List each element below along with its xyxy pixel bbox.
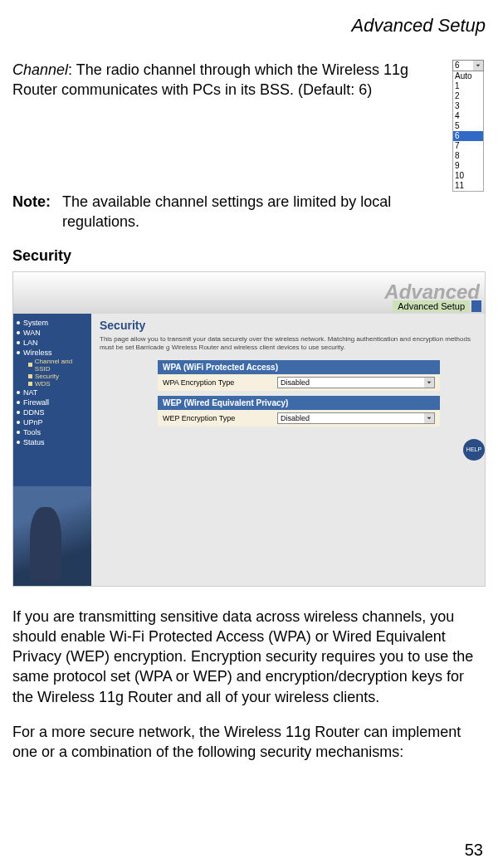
channel-option[interactable]: 11: [453, 181, 483, 191]
sidebar-item-nat[interactable]: NAT: [17, 388, 88, 397]
chevron-down-icon[interactable]: [424, 378, 434, 388]
sidebar-sub-security[interactable]: Security: [17, 373, 88, 380]
body-paragraph-1: If you are transmitting sensitive data a…: [12, 607, 486, 707]
ss-wep-bar: WEP (Wired Equivalent Privacy): [158, 396, 440, 410]
ss-wpa-select[interactable]: Disabled: [277, 377, 435, 388]
channel-dropdown-value: 6: [455, 61, 460, 71]
sidebar-item-label: Status: [23, 438, 45, 446]
channel-option[interactable]: 10: [453, 171, 483, 181]
square-icon: [28, 374, 32, 378]
chevron-down-icon[interactable]: [473, 61, 483, 71]
ss-decorative-image: [13, 486, 91, 586]
sidebar-item-status[interactable]: Status: [17, 437, 88, 447]
sidebar-item-wan[interactable]: WAN: [17, 328, 88, 338]
bullet-icon: [17, 421, 20, 424]
ss-panel-description: This page allow you to transmit your dat…: [100, 335, 476, 353]
ss-wep-label: WEP Encryption Type: [163, 414, 271, 422]
sidebar-item-ddns[interactable]: DDNS: [17, 407, 88, 417]
sidebar-item-label: WAN: [23, 329, 41, 337]
sidebar-sub-wds[interactable]: WDS: [17, 380, 88, 388]
sidebar-item-wireless[interactable]: Wireless: [17, 348, 88, 358]
channel-option[interactable]: 2: [453, 91, 483, 101]
ss-main-panel: Security This page allow you to transmit…: [91, 314, 485, 586]
ss-wpa-label: WPA Encryption Type: [163, 378, 271, 387]
ss-topbar: Advanced Advanced Setup: [13, 272, 485, 314]
page-number: 53: [465, 841, 483, 860]
sidebar-item-firewall[interactable]: Firewall: [17, 397, 88, 407]
bullet-icon: [17, 341, 20, 344]
bullet-icon: [17, 351, 20, 354]
channel-option[interactable]: 3: [453, 101, 483, 111]
channel-option[interactable]: 4: [453, 111, 483, 121]
sidebar-sub-label: Security: [35, 373, 59, 380]
sidebar-sub-channel-ssid[interactable]: Channel and SSID: [17, 358, 88, 373]
bullet-icon: [17, 401, 20, 404]
channel-dropdown-list[interactable]: Auto 1 2 3 4 5 6 7 8 9 10 11: [452, 71, 484, 192]
sidebar-item-label: Tools: [23, 428, 41, 436]
sidebar-item-tools[interactable]: Tools: [17, 427, 88, 437]
page-header-title: Advanced Setup: [12, 15, 486, 37]
bullet-icon: [17, 331, 20, 334]
body-paragraph-2: For a more secure network, the Wireless …: [12, 722, 486, 763]
sidebar-item-label: LAN: [23, 339, 38, 347]
embedded-screenshot: Advanced Advanced Setup System WAN LAN W…: [12, 271, 486, 587]
channel-rest: : The radio channel through which the Wi…: [12, 61, 408, 98]
square-icon: [28, 363, 32, 367]
ss-wep-field: WEP Encryption Type Disabled: [158, 410, 440, 427]
person-silhouette-icon: [30, 507, 61, 582]
ss-wpa-field: WPA Encryption Type Disabled: [158, 374, 440, 391]
channel-option[interactable]: 9: [453, 161, 483, 171]
channel-option[interactable]: 7: [453, 141, 483, 151]
sidebar-item-label: Firewall: [23, 398, 49, 407]
sidebar-item-label: System: [23, 319, 48, 327]
chevron-down-icon[interactable]: [424, 413, 434, 423]
ss-panel-heading: Security: [100, 319, 476, 332]
ss-wep-select[interactable]: Disabled: [277, 412, 435, 424]
ss-nav-strip: [471, 300, 481, 312]
bullet-icon: [17, 321, 20, 324]
channel-option[interactable]: 8: [453, 151, 483, 161]
sidebar-item-label: Wireless: [23, 349, 52, 357]
security-heading: Security: [12, 247, 486, 265]
ss-wep-select-value: Disabled: [281, 414, 310, 422]
note-text: The available channel settings are limit…: [62, 192, 444, 232]
bullet-icon: [17, 411, 20, 414]
sidebar-sub-label: WDS: [35, 380, 51, 388]
ss-tab-advanced-setup[interactable]: Advanced Setup: [393, 300, 470, 312]
square-icon: [28, 382, 32, 386]
channel-option[interactable]: 1: [453, 81, 483, 91]
ss-wpa-select-value: Disabled: [281, 378, 310, 387]
ss-wpa-bar: WPA (WiFi Protected Access): [158, 360, 440, 374]
channel-option[interactable]: Auto: [453, 71, 483, 81]
sidebar-sub-label: Channel and SSID: [35, 358, 88, 373]
channel-option-highlighted[interactable]: 6: [453, 131, 483, 141]
bullet-icon: [17, 441, 20, 444]
note-block: Note: The available channel settings are…: [12, 192, 486, 232]
channel-option[interactable]: 5: [453, 121, 483, 131]
note-label: Note:: [12, 192, 51, 232]
channel-dropdown-selected[interactable]: 6: [452, 60, 484, 71]
sidebar-item-label: DDNS: [23, 408, 45, 417]
channel-dropdown[interactable]: 6 Auto 1 2 3 4 5 6 7 8 9 10 11: [452, 60, 486, 192]
help-button[interactable]: HELP: [463, 439, 485, 461]
sidebar-item-lan[interactable]: LAN: [17, 338, 88, 348]
channel-term: Channel: [12, 61, 68, 78]
sidebar-item-system[interactable]: System: [17, 318, 88, 328]
bullet-icon: [17, 391, 20, 394]
channel-paragraph: Channel: The radio channel through which…: [12, 60, 444, 177]
sidebar-item-upnp[interactable]: UPnP: [17, 417, 88, 427]
bullet-icon: [17, 431, 20, 434]
sidebar-item-label: UPnP: [23, 418, 43, 427]
sidebar-item-label: NAT: [23, 388, 37, 397]
